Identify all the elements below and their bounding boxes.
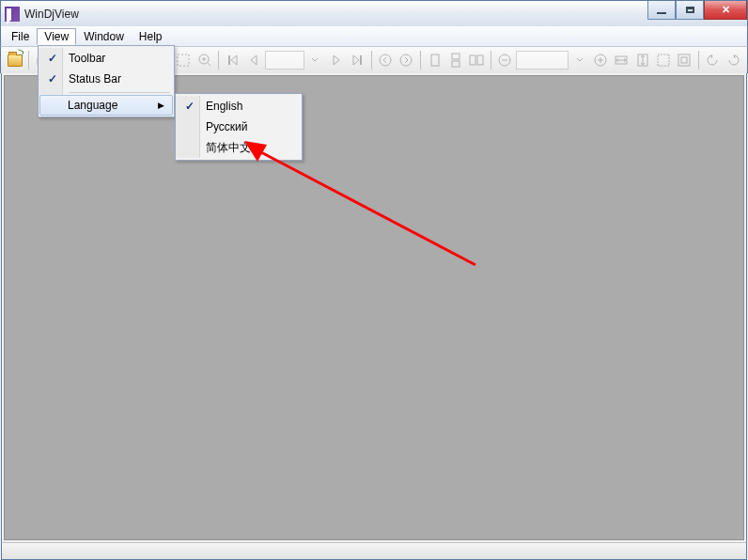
loupe-icon [197,53,212,68]
menu-file[interactable]: File [4,28,37,45]
menu-window[interactable]: Window [76,28,132,45]
zoom-dropdown-button[interactable] [569,50,589,70]
menu-item-russian[interactable]: Русский [178,117,300,137]
continuous-icon [448,53,463,68]
svg-rect-17 [452,54,460,59]
toolbar-separator [420,51,421,70]
first-page-icon [226,53,241,68]
status-bar [1,542,747,560]
single-page-icon [428,53,443,68]
svg-rect-30 [681,57,687,63]
svg-rect-19 [470,55,475,65]
menu-item-label: English [206,100,242,113]
svg-rect-20 [477,55,483,65]
continuous-button[interactable] [445,50,465,70]
rotate-left-button[interactable] [703,50,723,70]
svg-line-9 [208,63,210,66]
menu-help[interactable]: Help [132,28,170,45]
menu-item-label: Toolbar [69,52,105,65]
svg-rect-29 [678,54,690,66]
menu-view[interactable]: View [37,28,76,45]
zoom-out-icon [497,53,512,68]
fit-page-button[interactable] [632,50,652,70]
fit-width-button[interactable] [612,50,631,70]
toolbar-separator [491,51,491,70]
toolbar-separator [698,51,699,70]
facing-icon [469,53,484,68]
last-page-button[interactable] [347,50,366,70]
zoom-input[interactable] [516,51,569,70]
menu-item-chinese[interactable]: 简体中文 [178,137,300,158]
actual-size-button[interactable] [653,50,673,70]
single-page-button[interactable] [425,50,444,70]
menu-bar: File View Window Help [0,26,748,46]
svg-rect-28 [658,54,669,66]
window-title: WinDjView [24,8,79,21]
rotate-right-button[interactable] [724,50,743,70]
toolbar-separator [371,51,372,70]
rotate-right-icon [726,53,741,68]
zoom-out-button[interactable] [495,50,515,70]
menu-item-toolbar[interactable]: ✓ Toolbar [40,48,172,69]
zoom-in-button[interactable] [590,50,610,70]
zoom-in-icon [593,53,608,68]
window-controls: ✕ [647,1,747,20]
marquee-tool-button[interactable] [174,50,194,70]
maximize-button[interactable] [676,1,704,20]
app-icon [5,7,20,22]
facing-button[interactable] [467,50,487,70]
view-back-button[interactable] [376,50,396,70]
stretch-icon [677,53,692,68]
check-icon: ✓ [185,100,195,113]
menu-item-label: Status Bar [69,72,121,86]
loupe-tool-button[interactable] [195,50,214,70]
view-back-icon [378,53,393,68]
open-button[interactable] [5,50,24,70]
svg-point-15 [400,54,412,66]
view-forward-button[interactable] [397,50,416,70]
menu-separator [69,92,170,93]
svg-rect-7 [178,54,189,66]
close-button[interactable]: ✕ [704,1,747,20]
last-page-icon [350,53,365,68]
chevron-down-icon [310,53,319,68]
menu-item-language[interactable]: Language ▶ [39,95,173,116]
menu-item-english[interactable]: ✓ English [178,96,300,117]
next-page-button[interactable] [326,50,346,70]
menu-item-label: 简体中文 [206,140,251,156]
actual-size-icon [656,53,671,68]
language-submenu: ✓ English Русский 简体中文 [175,93,303,161]
open-icon [8,54,23,67]
check-icon: ✓ [48,52,57,65]
first-page-button[interactable] [223,50,242,70]
content-area [1,73,747,542]
menu-item-label: Language [68,99,117,112]
check-icon: ✓ [48,72,57,86]
page-dropdown-button[interactable] [305,50,325,70]
page-number-input[interactable] [265,51,304,70]
fit-width-icon [614,53,629,68]
toolbar-separator [218,51,219,70]
svg-rect-18 [452,61,460,67]
stretch-button[interactable] [674,50,693,70]
view-forward-icon [398,53,413,68]
prev-page-icon [246,53,261,68]
rotate-left-icon [705,53,720,68]
document-viewport [4,75,744,540]
svg-rect-16 [431,54,439,66]
view-menu-dropdown: ✓ Toolbar ✓ Status Bar Language ▶ [38,45,175,117]
next-page-icon [329,53,344,68]
fit-page-icon [635,53,650,68]
submenu-arrow-icon: ▶ [158,101,164,110]
menu-item-statusbar[interactable]: ✓ Status Bar [40,69,172,89]
prev-page-button[interactable] [244,50,264,70]
menu-item-label: Русский [206,120,248,133]
minimize-button[interactable] [647,1,676,20]
marquee-icon [176,53,191,68]
title-bar: WinDjView ✕ [0,0,748,26]
chevron-down-icon [575,53,584,68]
toolbar-separator [28,51,29,70]
svg-point-14 [380,54,391,66]
